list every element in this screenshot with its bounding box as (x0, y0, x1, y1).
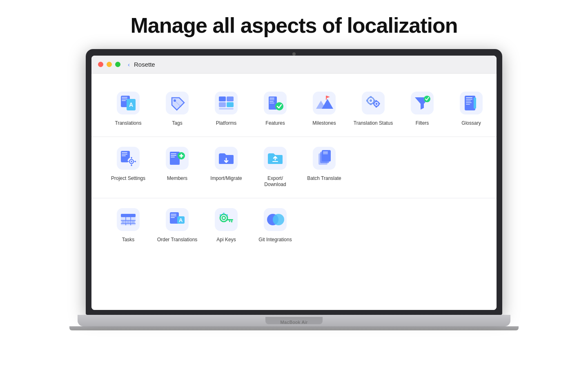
svg-rect-13 (227, 102, 234, 107)
icon-item-platforms[interactable]: Platforms (202, 86, 251, 130)
screen-inner: ‹ Rosette (91, 56, 497, 310)
tasks-icon (117, 208, 140, 231)
translations-icon: A (117, 92, 140, 114)
svg-rect-97 (231, 220, 232, 222)
tasks-icon-box (114, 206, 142, 233)
svg-rect-32 (374, 100, 375, 102)
title-bar: ‹ Rosette (91, 56, 497, 74)
features-icon (264, 92, 287, 114)
svg-point-104 (273, 214, 284, 225)
svg-point-21 (275, 102, 283, 110)
tags-icon (166, 92, 189, 114)
glossary-label: Glossary (461, 120, 481, 127)
icon-row-2: Project Settings (91, 137, 497, 198)
icon-item-glossary[interactable]: Glossary (447, 86, 496, 130)
svg-rect-31 (366, 100, 368, 102)
icon-item-filters[interactable]: Filters (398, 86, 447, 130)
svg-rect-59 (134, 161, 136, 162)
git-integrations-label: Git Integrations (258, 237, 292, 243)
icon-item-features[interactable]: Features (251, 86, 300, 130)
members-icon (166, 147, 189, 170)
icon-item-project-settings[interactable]: Project Settings (104, 141, 153, 185)
import-migrate-icon (215, 147, 238, 170)
svg-rect-41 (466, 97, 472, 98)
project-settings-icon (117, 147, 140, 170)
svg-rect-4 (122, 100, 126, 101)
git-integrations-icon (264, 208, 287, 231)
svg-rect-93 (215, 208, 238, 231)
api-keys-label: Api Keys (216, 237, 236, 243)
svg-point-28 (376, 103, 378, 105)
icon-item-order-translations[interactable]: A Order Translations (153, 202, 202, 247)
svg-rect-18 (270, 99, 274, 100)
svg-rect-34 (376, 107, 377, 108)
svg-rect-11 (219, 102, 226, 107)
svg-rect-96 (227, 219, 233, 220)
title-bar-title: Rosette (134, 61, 155, 68)
traffic-light-green[interactable] (115, 62, 120, 67)
svg-rect-9 (215, 92, 238, 114)
svg-rect-43 (466, 101, 471, 101)
svg-rect-58 (127, 161, 129, 162)
content-area: A Translations (91, 74, 497, 310)
svg-rect-22 (313, 92, 336, 114)
svg-rect-75 (323, 153, 328, 154)
members-label: Members (167, 175, 187, 182)
export-download-icon (264, 147, 287, 170)
filters-label: Filters (416, 120, 429, 127)
translation-status-icon (362, 92, 385, 114)
icon-row-1: A Translations (91, 82, 497, 137)
order-translations-icon-box: A (163, 206, 191, 233)
members-icon-box (163, 144, 191, 172)
svg-rect-44 (466, 102, 472, 103)
svg-rect-30 (370, 104, 372, 105)
icon-item-members[interactable]: Members (153, 141, 202, 185)
svg-rect-88 (171, 214, 176, 215)
export-download-label: Export/Download (264, 175, 286, 188)
svg-rect-10 (219, 96, 226, 101)
platforms-icon (215, 92, 238, 114)
laptop-base: MacBook Air (78, 315, 510, 326)
icon-item-tags[interactable]: Tags (153, 86, 202, 130)
back-chevron: ‹ (128, 61, 130, 68)
svg-text:A: A (179, 217, 183, 223)
batch-translate-icon-box (310, 144, 338, 172)
svg-point-26 (370, 99, 372, 102)
svg-rect-56 (131, 157, 132, 159)
icon-item-batch-translate[interactable]: Batch Translate (300, 141, 349, 185)
svg-rect-64 (171, 157, 175, 157)
icon-item-api-keys[interactable]: Api Keys (202, 202, 251, 247)
icon-item-export-download[interactable]: Export/Download (251, 141, 300, 191)
features-icon-box (261, 89, 289, 117)
batch-translate-icon (313, 147, 336, 170)
icon-item-translation-status[interactable]: Translation Status (349, 86, 398, 130)
traffic-lights (98, 62, 120, 67)
back-button[interactable]: ‹ Rosette (128, 61, 155, 68)
laptop-camera (292, 52, 296, 56)
laptop-wrapper: ‹ Rosette (86, 49, 502, 330)
svg-rect-63 (171, 155, 176, 156)
icon-item-git-integrations[interactable]: Git Integrations (251, 202, 300, 247)
icon-item-milestones[interactable]: Milestones (300, 86, 349, 130)
traffic-light-yellow[interactable] (107, 62, 112, 67)
svg-rect-3 (122, 99, 127, 99)
translation-status-icon-box (359, 89, 387, 117)
milestones-icon (313, 92, 336, 114)
svg-rect-83 (122, 221, 125, 223)
batch-translate-label: Batch Translate (307, 175, 341, 182)
svg-rect-45 (466, 104, 470, 105)
platforms-label: Platforms (216, 120, 237, 127)
svg-point-100 (220, 214, 221, 216)
svg-rect-2 (122, 97, 127, 98)
icon-item-tasks[interactable]: Tasks (104, 202, 153, 247)
git-integrations-icon-box (261, 206, 289, 233)
traffic-light-red[interactable] (98, 62, 103, 67)
svg-rect-62 (171, 153, 176, 154)
laptop-screen-shell: ‹ Rosette (86, 49, 502, 315)
icon-item-translations[interactable]: A Translations (104, 86, 153, 130)
svg-rect-29 (370, 96, 372, 97)
translations-icon-box: A (114, 89, 142, 117)
icon-item-import-migrate[interactable]: Import/Migrate (202, 141, 251, 185)
svg-rect-20 (270, 103, 274, 103)
svg-rect-49 (122, 152, 127, 153)
